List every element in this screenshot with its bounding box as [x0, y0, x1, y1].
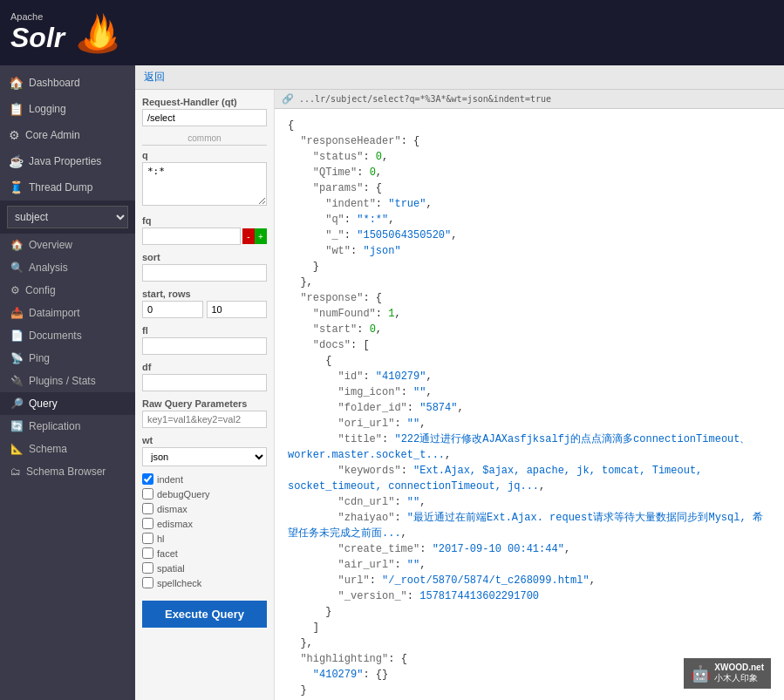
core-nav-label: Plugins / Stats — [29, 375, 96, 387]
hl-label: hl — [157, 533, 165, 544]
debug-query-label: debugQuery — [157, 489, 210, 500]
core-nav-label: Query — [29, 398, 58, 410]
raw-query-input[interactable] — [142, 411, 267, 428]
json-str: "" — [407, 496, 419, 508]
core-admin-icon: ⚙ — [9, 128, 20, 142]
sidebar-item-config[interactable]: ⚙ Config — [0, 279, 135, 302]
sidebar-item-plugins-stats[interactable]: 🔌 Plugins / Stats — [0, 370, 135, 392]
edismax-label: edismax — [157, 519, 193, 529]
json-str: "5874" — [419, 402, 457, 414]
sidebar-item-replication[interactable]: 🔄 Replication — [0, 415, 135, 438]
fq-add-button[interactable]: + — [255, 228, 267, 244]
json-key: "create_time" — [338, 543, 420, 555]
sidebar-item-label: Core Admin — [25, 129, 80, 141]
sidebar-item-dataimport[interactable]: 📥 Dataimport — [0, 302, 135, 324]
execute-query-button[interactable]: Execute Query — [142, 601, 267, 628]
facet-checkbox[interactable] — [142, 547, 153, 559]
thread-icon: 🧵 — [9, 180, 24, 194]
sidebar-item-logging[interactable]: 📋 Logging — [0, 96, 135, 122]
common-divider: common — [142, 133, 267, 146]
fq-label: fq — [142, 215, 267, 226]
fq-input[interactable] — [142, 228, 241, 245]
dismax-checkbox[interactable] — [142, 503, 153, 514]
raw-query-label: Raw Query Parameters — [142, 398, 267, 409]
url-icon: 🔗 — [282, 93, 294, 105]
core-select-dropdown[interactable]: subject — [7, 206, 128, 228]
core-nav-label: Config — [25, 284, 56, 296]
json-key: "keywords" — [338, 465, 401, 477]
json-key: "status" — [313, 151, 364, 163]
core-nav-label: Ping — [29, 352, 50, 364]
sidebar-item-core-admin[interactable]: ⚙ Core Admin — [0, 122, 135, 148]
json-key: "QTime" — [313, 167, 357, 179]
start-input[interactable] — [142, 301, 203, 318]
sidebar-item-query[interactable]: 🔎 Query — [0, 392, 135, 415]
json-key: "responseHeader" — [300, 135, 400, 147]
request-handler-input[interactable] — [142, 109, 267, 126]
json-str: "2017-09-10 00:41:44" — [433, 543, 564, 555]
spatial-checkbox[interactable] — [142, 562, 153, 574]
q-input[interactable] — [142, 162, 267, 206]
sidebar-item-schema[interactable]: 📐 Schema — [0, 438, 135, 460]
fq-row: - + — [142, 228, 267, 245]
watermark-robot-icon: 🤖 — [691, 664, 710, 683]
json-key: "highlighting" — [300, 653, 388, 665]
fq-remove-button[interactable]: - — [242, 228, 255, 244]
df-input[interactable] — [142, 374, 267, 391]
sidebar-item-analysis[interactable]: 🔍 Analysis — [0, 256, 135, 279]
json-key: "start" — [313, 323, 357, 336]
edismax-checkbox-group: edismax — [142, 518, 267, 529]
ping-icon: 📡 — [10, 352, 24, 364]
sidebar-item-ping[interactable]: 📡 Ping — [0, 347, 135, 370]
rows-input[interactable] — [207, 301, 268, 318]
json-num: 0 — [370, 323, 376, 336]
panel-header: 返回 — [135, 65, 784, 90]
watermark-subtitle: 小木人印象 — [714, 672, 764, 684]
fq-buttons: - + — [242, 228, 267, 244]
spellcheck-checkbox[interactable] — [142, 577, 153, 588]
sidebar-item-label: Dashboard — [29, 77, 80, 89]
sidebar-item-java-properties[interactable]: ☕ Java Properties — [0, 148, 135, 174]
sidebar-item-schema-browser[interactable]: 🗂 Schema Browser — [0, 460, 135, 483]
indent-checkbox-group: indent — [142, 473, 267, 485]
wt-select[interactable]: json xml csv python — [142, 447, 267, 466]
request-handler-group: Request-Handler (qt) — [142, 97, 267, 126]
json-str: "410279" — [313, 669, 364, 681]
main-content: 🏠 Dashboard 📋 Logging ⚙ Core Admin ☕ Jav… — [0, 65, 784, 700]
sort-input[interactable] — [142, 264, 267, 282]
debug-query-checkbox[interactable] — [142, 488, 153, 500]
global-nav: 🏠 Dashboard 📋 Logging ⚙ Core Admin ☕ Jav… — [0, 70, 135, 200]
json-key: "params" — [313, 182, 364, 194]
url-bar: 🔗 ...lr/subject/select?q=*%3A*&wt=json&i… — [275, 90, 784, 109]
fl-input[interactable] — [142, 337, 267, 355]
spellcheck-checkbox-group: spellcheck — [142, 577, 267, 588]
json-key: "ori_url" — [338, 418, 395, 430]
sidebar-item-overview[interactable]: 🏠 Overview — [0, 234, 135, 256]
back-link[interactable]: 返回 — [144, 70, 165, 85]
hl-checkbox[interactable] — [142, 533, 153, 544]
spellcheck-label: spellcheck — [157, 578, 201, 588]
indent-checkbox[interactable] — [142, 473, 153, 485]
json-str: "1505064350520" — [357, 229, 451, 241]
facet-label: facet — [157, 548, 178, 559]
core-nav-label: Analysis — [29, 262, 68, 274]
json-num: 0 — [370, 167, 376, 179]
core-nav-label: Overview — [29, 239, 72, 251]
app-header: Apache Solr — [0, 0, 784, 65]
sort-group: sort — [142, 252, 267, 282]
analysis-icon: 🔍 — [10, 262, 24, 274]
edismax-checkbox[interactable] — [142, 518, 153, 529]
json-key: "folder_id" — [338, 402, 407, 414]
sidebar-item-documents[interactable]: 📄 Documents — [0, 324, 135, 347]
logging-icon: 📋 — [9, 102, 24, 116]
watermark-site: XWOOD.net — [714, 663, 764, 672]
logo: Apache Solr — [10, 9, 124, 57]
sidebar-item-label: Thread Dump — [29, 181, 92, 194]
sidebar-item-thread-dump[interactable]: 🧵 Thread Dump — [0, 174, 135, 200]
overview-icon: 🏠 — [10, 239, 24, 251]
sidebar-item-dashboard[interactable]: 🏠 Dashboard — [0, 70, 135, 96]
replication-icon: 🔄 — [10, 420, 24, 432]
indent-label: indent — [157, 474, 183, 485]
json-key: "zhaiyao" — [338, 512, 395, 524]
core-nav-label: Schema Browser — [26, 466, 106, 478]
